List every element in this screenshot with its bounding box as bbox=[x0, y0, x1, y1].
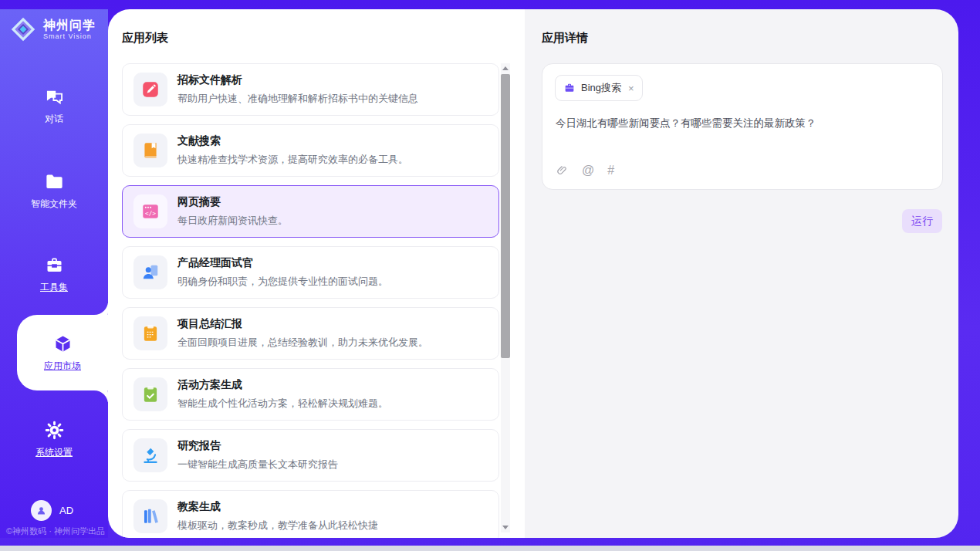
tool-chip-label: Bing搜索 bbox=[581, 81, 621, 95]
app-card-description: 智能生成个性化活动方案，轻松解决规划难题。 bbox=[177, 397, 388, 411]
user-initials: AD bbox=[59, 505, 73, 516]
attachment-toolbar: @ # bbox=[556, 164, 614, 177]
app-card[interactable]: 活动方案生成 智能生成个性化活动方案，轻松解决规划难题。 bbox=[122, 368, 499, 421]
app-card-title: 网页摘要 bbox=[177, 195, 288, 209]
app-card-description: 全面回顾项目进展，总结经验教训，助力未来优化发展。 bbox=[177, 336, 428, 350]
paperclip-icon[interactable] bbox=[556, 164, 569, 177]
prompt-text[interactable]: 今日湖北有哪些新闻要点？有哪些需要关注的最新政策？ bbox=[556, 117, 930, 130]
sidebar-item-label: 系统设置 bbox=[0, 446, 108, 459]
app-card[interactable]: 研究报告 一键智能生成高质量长文本研究报告 bbox=[122, 429, 499, 482]
prompt-input-card[interactable]: Bing搜索 × 今日湖北有哪些新闻要点？有哪些需要关注的最新政策？ @ # bbox=[542, 63, 943, 190]
app-card-description: 模板驱动，教案秒成，教学准备从此轻松快捷 bbox=[177, 519, 378, 532]
app-card-title: 项目总结汇报 bbox=[177, 317, 428, 331]
briefcase-icon bbox=[563, 82, 576, 94]
tool-chip-bing-search[interactable]: Bing搜索 × bbox=[555, 75, 643, 101]
app-card-description: 每日政府新闻资讯快查。 bbox=[177, 214, 288, 228]
bottom-edge bbox=[0, 546, 980, 551]
app-card-description: 帮助用户快速、准确地理解和解析招标书中的关键信息 bbox=[177, 92, 418, 106]
sidebar-item-label: 应用市场 bbox=[17, 360, 108, 373]
sidebar-item-toolbox[interactable]: 工具集 bbox=[0, 255, 108, 294]
app-card[interactable]: 项目总结汇报 全面回顾项目进展，总结经验教训，助力未来优化发展。 bbox=[122, 307, 499, 360]
app-list-title: 应用列表 bbox=[122, 31, 168, 46]
brand-logo: 神州问学 Smart Vision bbox=[9, 15, 96, 43]
app-card-list: 招标文件解析 帮助用户快速、准确地理解和解析招标书中的关键信息 文献搜索 快速精… bbox=[122, 63, 499, 538]
run-button[interactable]: 运行 bbox=[902, 209, 942, 233]
app-card[interactable]: </> 网页摘要 每日政府新闻资讯快查。 bbox=[122, 185, 499, 238]
sidebar: 神州问学 Smart Vision 对话 智能文件夹 工具集 应用市场 系统设置… bbox=[0, 9, 108, 538]
edit-doc-icon bbox=[140, 79, 161, 100]
book-icon bbox=[140, 140, 161, 161]
app-card-description: 一键智能生成高质量长文本研究报告 bbox=[177, 458, 338, 472]
app-card[interactable]: 产品经理面试官 明确身份和职责，为您提供专业性的面试问题。 bbox=[122, 246, 499, 299]
app-card-title: 招标文件解析 bbox=[177, 73, 418, 87]
sidebar-item-chat[interactable]: 对话 bbox=[0, 86, 108, 126]
app-card-description: 明确身份和职责，为您提供专业性的面试问题。 bbox=[177, 275, 388, 289]
toolbox-icon bbox=[44, 255, 65, 276]
app-card-description: 快速精准查找学术资源，提高研究效率的必备工具。 bbox=[177, 153, 408, 167]
app-card-title: 活动方案生成 bbox=[177, 378, 388, 392]
scroll-up-icon[interactable] bbox=[502, 66, 509, 70]
browser-code-icon: </> bbox=[140, 201, 161, 221]
svg-text:</>: </> bbox=[145, 210, 156, 217]
scroll-down-icon[interactable] bbox=[502, 526, 509, 529]
app-card[interactable]: 招标文件解析 帮助用户快速、准确地理解和解析招标书中的关键信息 bbox=[122, 63, 499, 116]
app-detail-panel: 应用详情 Bing搜索 × 今日湖北有哪些新闻要点？有哪些需要关注的最新政策？ … bbox=[525, 9, 958, 538]
app-card-title: 研究报告 bbox=[177, 439, 338, 453]
user-row[interactable]: AD bbox=[31, 500, 73, 521]
close-icon[interactable]: × bbox=[628, 83, 634, 93]
sidebar-item-label: 对话 bbox=[0, 113, 108, 126]
interviewer-icon bbox=[140, 262, 161, 282]
brand-subtitle: Smart Vision bbox=[43, 32, 96, 40]
copyright-text: ©神州数码 · 神州问学出品 bbox=[6, 526, 105, 537]
microscope-icon bbox=[140, 445, 161, 465]
folder-icon bbox=[44, 171, 65, 192]
app-list-panel: 应用列表 招标文件解析 帮助用户快速、准确地理解和解析招标书中的关键信息 文献搜… bbox=[108, 9, 525, 538]
gem-logo-icon bbox=[9, 15, 37, 43]
app-detail-title: 应用详情 bbox=[542, 31, 588, 46]
sidebar-item-label: 智能文件夹 bbox=[0, 198, 108, 211]
scrollbar[interactable] bbox=[501, 63, 510, 532]
app-card[interactable]: 教案生成 模板驱动，教案秒成，教学准备从此轻松快捷 bbox=[122, 490, 499, 538]
sidebar-item-gear[interactable]: 系统设置 bbox=[0, 420, 108, 459]
clipboard-icon bbox=[140, 323, 161, 343]
brand-name: 神州问学 bbox=[43, 19, 96, 32]
app-card-title: 文献搜索 bbox=[177, 134, 408, 148]
app-card-title: 产品经理面试官 bbox=[177, 256, 388, 270]
clipboard-check-icon bbox=[140, 384, 161, 404]
cube-icon bbox=[52, 333, 73, 354]
sidebar-item-cube[interactable]: 应用市场 bbox=[17, 315, 108, 390]
sidebar-item-folder[interactable]: 智能文件夹 bbox=[0, 171, 108, 211]
hash-icon[interactable]: # bbox=[607, 164, 614, 177]
books-icon bbox=[140, 506, 161, 526]
at-icon[interactable]: @ bbox=[582, 164, 594, 177]
gear-icon bbox=[44, 420, 65, 441]
app-card[interactable]: 文献搜索 快速精准查找学术资源，提高研究效率的必备工具。 bbox=[122, 124, 499, 177]
chat-icon bbox=[44, 86, 65, 107]
app-card-title: 教案生成 bbox=[177, 500, 378, 514]
user-icon bbox=[35, 504, 48, 517]
scrollbar-thumb[interactable] bbox=[501, 74, 510, 358]
avatar bbox=[31, 500, 52, 521]
